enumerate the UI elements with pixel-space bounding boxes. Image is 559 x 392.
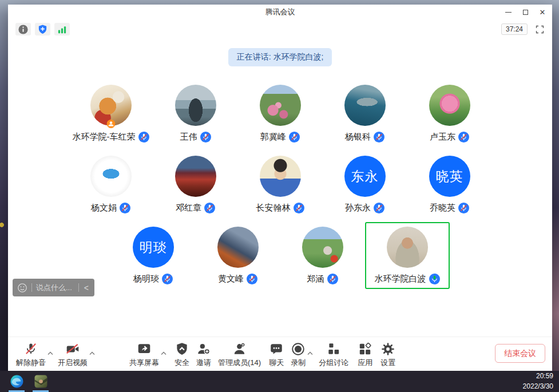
- participant-tile[interactable]: 卢玉东: [407, 80, 492, 147]
- minimize-button[interactable]: [499, 5, 517, 19]
- toolbar-group-settings: 设置: [380, 341, 395, 368]
- participant-avatar: [302, 227, 343, 268]
- network-quality-button[interactable]: [54, 23, 70, 35]
- maximize-button[interactable]: [517, 5, 534, 19]
- muted-mic-icon: [204, 203, 215, 213]
- toolbar-start-video-button[interactable]: 开启视频: [58, 341, 88, 368]
- chevron-up-icon[interactable]: [47, 347, 53, 358]
- participant-name-row: 水环学院-车红荣: [73, 131, 149, 142]
- muted-mic-icon: [289, 132, 300, 142]
- participant-tile[interactable]: 长安翰林: [238, 151, 323, 218]
- participant-tile[interactable]: 邓红章: [153, 151, 238, 218]
- participant-name-row: 杨文娟: [91, 202, 130, 213]
- info-icon: [18, 24, 29, 35]
- meeting-toolbar: 解除静音开启视频共享屏幕安全邀请管理成员(14)聊天录制分组讨论应用设置 结束会…: [8, 336, 552, 371]
- cam-off-icon: [65, 341, 80, 357]
- toolbar-group-manage-members: 管理成员(14): [218, 341, 261, 368]
- toolbar-unmute-button[interactable]: 解除静音: [16, 341, 46, 368]
- participant-avatar: [387, 227, 428, 268]
- divider: [31, 283, 32, 292]
- participant-avatar: [260, 85, 301, 126]
- toolbar-record-label: 录制: [291, 358, 306, 368]
- toolbar-chat-button[interactable]: 聊天: [269, 341, 284, 368]
- divider: [78, 283, 79, 292]
- invite-icon: [196, 341, 211, 357]
- participant-name: 水环学院-车红荣: [73, 132, 136, 142]
- toolbar-security-label: 安全: [175, 358, 189, 368]
- participant-name: 杨银科: [345, 132, 371, 142]
- share-icon: [137, 341, 152, 357]
- mic-off-icon: [23, 341, 38, 357]
- taskbar-edge-browser-button[interactable]: [7, 371, 26, 392]
- end-meeting-button[interactable]: 结束会议: [495, 344, 545, 363]
- toolbar-share-screen-button[interactable]: 共享屏幕: [129, 341, 159, 368]
- participant-avatar: [217, 227, 259, 268]
- edge-browser-icon: [10, 374, 24, 389]
- muted-mic-icon: [247, 274, 257, 284]
- speaking-banner: 正在讲话: 水环学院白波;: [228, 48, 332, 66]
- participant-name: 杨明琰: [133, 274, 159, 284]
- participant-tile[interactable]: 郑涵: [280, 222, 365, 289]
- toolbar-group-chat: 聊天: [269, 341, 284, 368]
- toolbar-manage-members-button[interactable]: 管理成员(14): [218, 341, 261, 368]
- participant-tile[interactable]: 明琰杨明琰: [111, 222, 196, 289]
- muted-mic-icon: [458, 132, 469, 142]
- participant-tile[interactable]: 水环学院-车红荣: [69, 80, 153, 147]
- participant-tile[interactable]: 杨文娟: [69, 151, 153, 218]
- participant-name: 王伟: [180, 132, 197, 142]
- window-controls: ✕: [499, 5, 551, 19]
- participant-tile-active-speaker[interactable]: 水环学院白波: [365, 222, 450, 289]
- chevron-up-icon[interactable]: [307, 347, 313, 358]
- titlebar[interactable]: 腾讯会议 ✕: [8, 5, 552, 19]
- toolbar-apps-button[interactable]: 应用: [358, 341, 372, 368]
- emoji-button[interactable]: [17, 283, 27, 293]
- participant-name-row: 邓红章: [176, 202, 215, 213]
- meeting-window: 腾讯会议 ✕ 37:24 正在讲话: 水环学院白波; 水环学院-车红荣王伟郭冀峰…: [8, 5, 552, 371]
- participant-row: 杨文娟邓红章长安翰林东永孙东永晓英乔晓英: [8, 151, 552, 218]
- participant-tile[interactable]: 王伟: [153, 80, 238, 147]
- meeting-timer: 37:24: [501, 23, 528, 35]
- quick-chat-bar[interactable]: 说点什么... <: [13, 279, 94, 296]
- minimize-icon: [505, 12, 512, 13]
- meeting-info-button[interactable]: [15, 23, 31, 35]
- taskbar-meeting-app-button[interactable]: [31, 371, 50, 392]
- participant-tile[interactable]: 黄文峰: [196, 222, 280, 289]
- muted-mic-icon: [458, 203, 469, 213]
- shield-plus-icon: [37, 24, 48, 35]
- toolbar-manage-members-label: 管理成员(14): [218, 358, 261, 368]
- participant-avatar: 东永: [344, 156, 386, 197]
- chat-input-placeholder[interactable]: 说点什么...: [36, 283, 74, 293]
- chevron-up-icon[interactable]: [161, 347, 166, 358]
- participant-name: 长安翰林: [256, 203, 291, 213]
- toolbar-group-share-screen: 共享屏幕: [129, 341, 166, 368]
- toolbar-group-invite: 邀请: [196, 341, 211, 368]
- participant-tile[interactable]: 郭冀峰: [238, 80, 323, 147]
- participant-tile[interactable]: 杨银科: [323, 80, 407, 147]
- muted-mic-icon: [200, 132, 211, 142]
- toolbar-record-button[interactable]: 录制: [291, 341, 306, 368]
- toolbar-security-button[interactable]: 安全: [175, 341, 189, 368]
- participant-tile[interactable]: 东永孙东永: [323, 151, 407, 218]
- participant-name-row: 孙东永: [345, 202, 384, 213]
- toolbar-chat-label: 聊天: [269, 358, 284, 368]
- participant-avatar: [90, 85, 132, 126]
- taskbar-clock[interactable]: 20:59 2022/3/30: [523, 371, 559, 391]
- signal-icon: [57, 24, 68, 35]
- toolbar-unmute-label: 解除静音: [16, 358, 46, 368]
- collapse-chat-button[interactable]: <: [83, 283, 90, 292]
- close-button[interactable]: ✕: [534, 5, 551, 19]
- chevron-up-icon[interactable]: [89, 347, 95, 358]
- chat-icon: [269, 341, 284, 357]
- fullscreen-button[interactable]: [533, 23, 546, 35]
- toolbar-invite-button[interactable]: 邀请: [196, 341, 211, 368]
- security-level-button[interactable]: [35, 23, 50, 35]
- close-icon: ✕: [540, 9, 546, 16]
- participant-tile[interactable]: 晓英乔晓英: [407, 151, 492, 218]
- toolbar-breakout-button[interactable]: 分组讨论: [319, 341, 348, 368]
- clock-time: 20:59: [523, 371, 553, 381]
- participant-avatar: [260, 156, 301, 197]
- muted-mic-icon: [138, 132, 149, 142]
- toolbar-start-video-label: 开启视频: [58, 358, 88, 368]
- toolbar-group-unmute: 解除静音: [16, 341, 53, 368]
- toolbar-settings-button[interactable]: 设置: [380, 341, 395, 368]
